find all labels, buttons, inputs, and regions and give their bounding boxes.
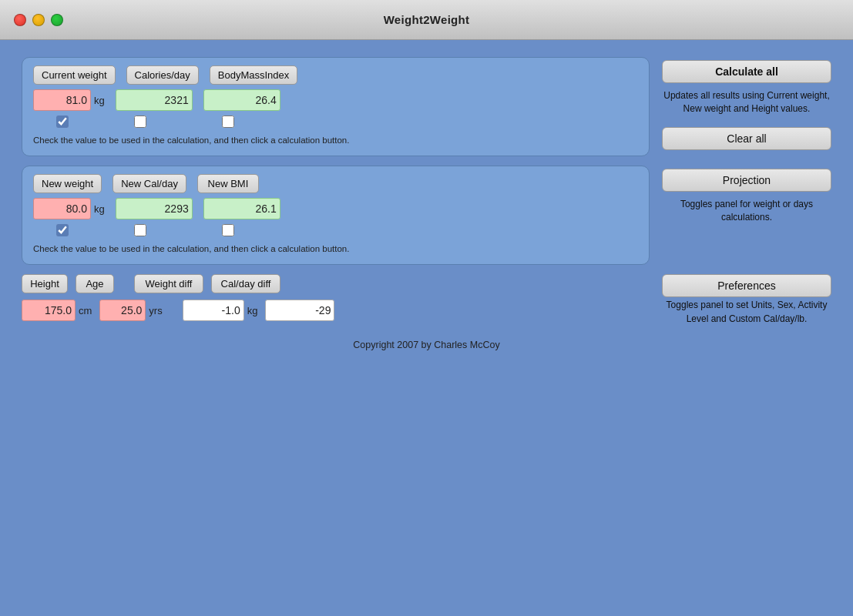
- current-weight-checkbox-offset: [33, 116, 91, 128]
- title-bar: Weight2Weight: [0, 0, 853, 40]
- new-cal-input[interactable]: [116, 198, 193, 219]
- bmi-input[interactable]: [203, 89, 280, 111]
- new-weight-input-group: kg: [33, 198, 105, 219]
- height-input-group: cm: [22, 300, 92, 321]
- main-content: Current weight Calories/day BodyMassInde…: [0, 40, 853, 616]
- age-input-group: yrs: [99, 300, 162, 321]
- new-weight-left: New weight New Cal/day New BMI kg: [22, 166, 650, 265]
- new-weight-unit: kg: [94, 203, 105, 215]
- new-weight-checkbox-row: [33, 224, 638, 236]
- weight-diff-input[interactable]: [183, 300, 244, 321]
- height-unit: cm: [79, 305, 92, 316]
- cal-day-diff-input-group: [265, 300, 334, 321]
- copyright-text: Copyright 2007 by Charles McCoy: [22, 340, 831, 350]
- new-bmi-checkbox[interactable]: [222, 224, 234, 236]
- calculate-all-description: Updates all results using Current weight…: [662, 89, 831, 116]
- weight-diff-unit: kg: [247, 305, 258, 316]
- current-weight-section: Current weight Calories/day BodyMassInde…: [22, 57, 831, 156]
- bmi-checkbox-offset: [190, 116, 267, 128]
- new-bmi-input[interactable]: [203, 198, 280, 219]
- weight-diff-button[interactable]: Weight diff: [134, 274, 203, 293]
- age-button[interactable]: Age: [76, 274, 114, 293]
- new-weight-section: New weight New Cal/day New BMI kg: [22, 166, 831, 265]
- bmi-button[interactable]: BodyMassIndex: [210, 65, 298, 85]
- calculate-all-section: Calculate all Updates all results using …: [662, 57, 831, 150]
- new-cal-checkbox-offset: [102, 224, 179, 236]
- current-weight-checkbox-row: [33, 116, 638, 128]
- new-weight-button[interactable]: New weight: [33, 174, 102, 193]
- bottom-label-row: Height Age Weight diff Cal/day diff: [22, 274, 650, 293]
- current-weight-input[interactable]: [33, 89, 91, 111]
- projection-section: Projection Toggles panel for weight or d…: [662, 166, 831, 225]
- new-bmi-checkbox-offset: [190, 224, 267, 236]
- new-cal-checkbox[interactable]: [134, 224, 146, 236]
- clear-all-container: Clear all: [662, 127, 831, 150]
- preferences-button[interactable]: Preferences: [662, 274, 831, 297]
- bottom-value-row: cm yrs kg: [22, 300, 650, 321]
- calories-checkbox-offset: [102, 116, 179, 128]
- close-button[interactable]: [14, 14, 26, 26]
- traffic-lights: [14, 14, 63, 26]
- bottom-left: Height Age Weight diff Cal/day diff cm y…: [22, 274, 650, 321]
- new-weight-checkbox-offset: [33, 224, 91, 236]
- preferences-section: Preferences Toggles panel to set Units, …: [662, 274, 831, 326]
- current-weight-unit: kg: [94, 95, 105, 106]
- height-button[interactable]: Height: [22, 274, 68, 293]
- new-weight-button-row: New weight New Cal/day New BMI: [33, 174, 638, 193]
- cal-day-diff-button[interactable]: Cal/day diff: [211, 274, 280, 293]
- projection-button[interactable]: Projection: [662, 169, 831, 192]
- bmi-checkbox[interactable]: [222, 116, 234, 128]
- age-unit: yrs: [149, 305, 162, 316]
- preferences-description: Toggles panel to set Units, Sex, Activit…: [662, 299, 831, 326]
- height-input[interactable]: [22, 300, 76, 321]
- new-weight-input-row: kg: [33, 198, 638, 219]
- minimize-button[interactable]: [32, 14, 45, 26]
- clear-all-button[interactable]: Clear all: [662, 127, 831, 150]
- bottom-section: Height Age Weight diff Cal/day diff cm y…: [22, 274, 831, 326]
- current-weight-left: Current weight Calories/day BodyMassInde…: [22, 57, 650, 156]
- new-weight-panel: New weight New Cal/day New BMI kg: [22, 166, 650, 265]
- app-title: Weight2Weight: [384, 13, 470, 26]
- projection-description: Toggles panel for weight or days calcula…: [662, 198, 831, 225]
- age-input[interactable]: [99, 300, 146, 321]
- weight-diff-input-group: kg: [183, 300, 258, 321]
- new-cal-button[interactable]: New Cal/day: [113, 174, 186, 193]
- calculate-all-button[interactable]: Calculate all: [662, 60, 831, 83]
- new-weight-checkbox[interactable]: [56, 224, 69, 236]
- current-weight-button[interactable]: Current weight: [33, 65, 116, 85]
- new-bmi-button[interactable]: New BMI: [197, 174, 259, 193]
- cal-day-diff-input[interactable]: [265, 300, 334, 321]
- calories-day-button[interactable]: Calories/day: [126, 65, 199, 85]
- current-weight-hint: Check the value to be used in the calcul…: [33, 134, 638, 146]
- new-weight-hint: Check the value to be used in the calcul…: [33, 243, 638, 255]
- current-weight-checkbox[interactable]: [56, 116, 69, 128]
- current-weight-input-group: kg: [33, 89, 105, 111]
- current-weight-panel: Current weight Calories/day BodyMassInde…: [22, 57, 650, 156]
- zoom-button[interactable]: [51, 14, 63, 26]
- calories-input[interactable]: [116, 89, 193, 111]
- calories-checkbox[interactable]: [134, 116, 146, 128]
- current-weight-button-row: Current weight Calories/day BodyMassInde…: [33, 65, 638, 85]
- current-weight-input-row: kg: [33, 89, 638, 111]
- new-weight-input[interactable]: [33, 198, 91, 219]
